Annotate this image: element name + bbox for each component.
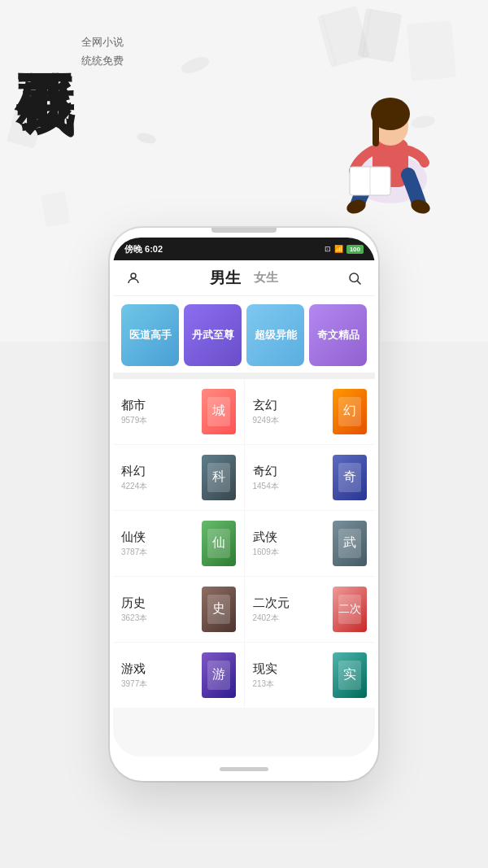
banner-cards: 医道高手 丹武至尊 超级异能 奇文精品	[113, 296, 375, 373]
category-count-xianshi: 213本	[253, 678, 329, 690]
banner-card-1[interactable]: 丹武至尊	[184, 304, 242, 366]
category-item-kehuan[interactable]: 科幻 4224本 科	[113, 445, 244, 510]
category-text-qihuan: 奇幻 1454本	[253, 464, 329, 492]
hero-sub-text-2: 统统免费	[81, 51, 124, 70]
cover-wuxia: 武	[333, 521, 367, 566]
hero-big-text: 就不要钱	[16, 24, 75, 37]
status-icons: ⊡ 📶 100	[325, 245, 364, 254]
category-text-dushi: 都市 9579本	[121, 398, 197, 426]
category-row-2: 仙侠 3787本 仙 武侠 1609本	[113, 511, 375, 577]
category-text-erciyuan: 二次元 2402本	[253, 595, 329, 624]
category-name-youxi: 游戏	[121, 661, 197, 677]
cover-lishi: 史	[202, 587, 236, 632]
screen-rotation-icon: ⊡	[325, 245, 331, 253]
category-item-xianxia[interactable]: 仙侠 3787本 仙	[113, 511, 244, 576]
category-row-4: 游戏 3977本 游 现实 213本	[113, 643, 375, 709]
svg-text:幻: 幻	[343, 403, 356, 417]
category-count-youxi: 3977本	[121, 678, 197, 690]
wifi-icon: 📶	[334, 245, 343, 253]
category-item-wuxia[interactable]: 武侠 1609本 武	[244, 511, 376, 576]
cover-dushi: 城	[202, 389, 236, 434]
category-name-xianshi: 现实	[253, 661, 329, 677]
category-item-xuanhuan[interactable]: 玄幻 9249本 幻	[244, 379, 376, 444]
category-text-xianxia: 仙侠 3787本	[121, 530, 197, 558]
category-item-qihuan[interactable]: 奇幻 1454本 奇	[244, 445, 376, 510]
category-name-lishi: 历史	[121, 595, 197, 611]
category-item-erciyuan[interactable]: 二次元 2402本 二次	[244, 577, 376, 642]
category-text-xuanhuan: 玄幻 9249本	[253, 398, 329, 426]
phone-screen: 傍晚 6:02 ⊡ 📶 100 男生 女生	[113, 238, 375, 757]
nav-tabs: 男生 女生	[210, 268, 278, 289]
banner-card-2[interactable]: 超级异能	[246, 304, 304, 366]
category-count-erciyuan: 2402本	[253, 613, 329, 624]
category-count-kehuan: 4224本	[121, 481, 197, 492]
svg-text:奇: 奇	[343, 469, 356, 483]
category-item-xianshi[interactable]: 现实 213本 实	[244, 643, 376, 708]
category-name-kehuan: 科幻	[121, 464, 197, 479]
category-name-xianxia: 仙侠	[121, 530, 197, 545]
section-divider	[113, 373, 375, 379]
nav-bar: 男生 女生	[113, 260, 375, 296]
status-time: 傍晚 6:02	[124, 243, 163, 255]
hero-section: 就不要钱 全网小说 统统免费	[16, 24, 124, 71]
banner-card-3[interactable]: 奇文精品	[309, 304, 367, 366]
category-text-wuxia: 武侠 1609本	[253, 530, 329, 558]
category-count-lishi: 3623本	[121, 613, 197, 624]
category-count-dushi: 9579本	[121, 415, 197, 426]
cover-xuanhuan: 幻	[333, 389, 367, 434]
battery-icon: 100	[346, 245, 364, 254]
tab-male[interactable]: 男生	[210, 268, 241, 289]
category-count-xuanhuan: 9249本	[253, 415, 329, 426]
svg-text:科: 科	[212, 469, 225, 483]
category-count-wuxia: 1609本	[253, 547, 329, 558]
category-row-0: 都市 9579本 城 玄幻 9249本	[113, 379, 375, 445]
search-icon[interactable]	[346, 269, 364, 287]
cover-xianxia: 仙	[202, 521, 236, 566]
cover-xianshi: 实	[333, 652, 367, 698]
category-row-3: 历史 3623本 史 二次元 2402本	[113, 577, 375, 643]
svg-text:城: 城	[211, 403, 225, 417]
category-name-qihuan: 奇幻	[253, 464, 329, 479]
svg-line-22	[357, 281, 360, 284]
cover-erciyuan: 二次	[333, 587, 367, 632]
category-name-wuxia: 武侠	[253, 530, 329, 545]
category-row-1: 科幻 4224本 科 奇幻 1454本	[113, 445, 375, 511]
category-count-xianxia: 3787本	[121, 547, 197, 558]
svg-text:武: 武	[343, 535, 356, 549]
cover-kehuan: 科	[202, 455, 236, 500]
category-text-kehuan: 科幻 4224本	[121, 464, 197, 492]
svg-text:实: 实	[343, 667, 356, 681]
category-name-dushi: 都市	[121, 398, 197, 413]
phone-frame: 傍晚 6:02 ⊡ 📶 100 男生 女生	[110, 228, 378, 781]
svg-text:史: 史	[212, 601, 225, 615]
category-name-erciyuan: 二次元	[253, 595, 329, 611]
category-list: 都市 9579本 城 玄幻 9249本	[113, 379, 375, 709]
category-text-xianshi: 现实 213本	[253, 661, 329, 690]
banner-card-0[interactable]: 医道高手	[121, 304, 179, 366]
cover-youxi: 游	[202, 652, 236, 698]
svg-rect-15	[373, 114, 379, 146]
svg-text:游: 游	[212, 667, 225, 681]
status-bar: 傍晚 6:02 ⊡ 📶 100	[113, 238, 375, 260]
category-item-lishi[interactable]: 历史 3623本 史	[113, 577, 244, 642]
girl-illustration	[301, 41, 464, 252]
hero-sub-text-1: 全网小说	[81, 33, 124, 51]
svg-text:二次: 二次	[338, 602, 361, 615]
svg-text:仙: 仙	[212, 535, 225, 549]
category-text-lishi: 历史 3623本	[121, 595, 197, 624]
scroll-area[interactable]: 医道高手 丹武至尊 超级异能 奇文精品	[113, 296, 375, 757]
tab-female[interactable]: 女生	[254, 270, 278, 286]
category-name-xuanhuan: 玄幻	[253, 398, 329, 413]
category-item-dushi[interactable]: 都市 9579本 城	[113, 379, 244, 444]
svg-point-20	[131, 273, 136, 278]
category-count-qihuan: 1454本	[253, 481, 329, 492]
svg-point-21	[350, 273, 359, 282]
cover-qihuan: 奇	[333, 455, 367, 500]
category-text-youxi: 游戏 3977本	[121, 661, 197, 690]
user-icon[interactable]	[124, 269, 142, 287]
category-item-youxi[interactable]: 游戏 3977本 游	[113, 643, 244, 708]
